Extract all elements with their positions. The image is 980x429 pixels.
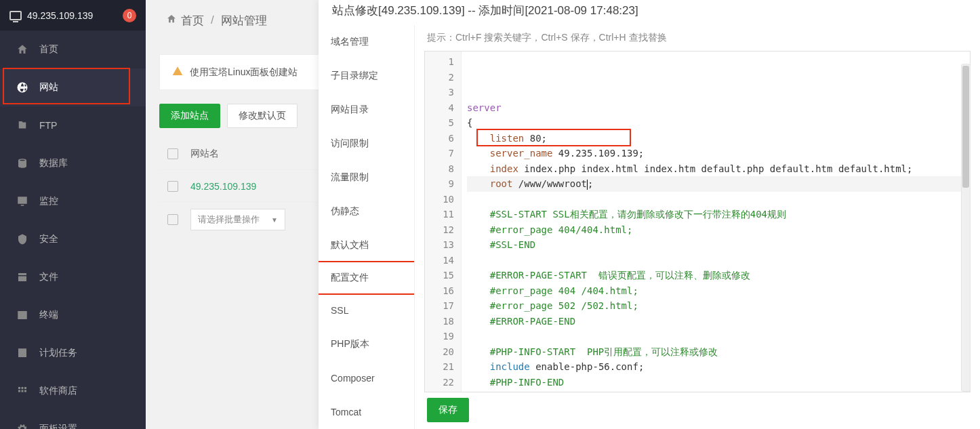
modify-default-button[interactable]: 修改默认页 bbox=[227, 104, 298, 128]
modal-body: 域名管理子目录绑定网站目录访问限制流量限制伪静态默认文档配置文件SSLPHP版本… bbox=[319, 25, 980, 429]
code-line[interactable]: index index.php index.html index.htm def… bbox=[467, 161, 964, 177]
nav-icon bbox=[15, 195, 30, 207]
notification-badge[interactable]: 0 bbox=[123, 9, 136, 22]
gutter-line: 7 bbox=[425, 146, 454, 161]
gutter-line: 17 bbox=[425, 298, 454, 314]
gutter-line: 3 bbox=[425, 85, 454, 100]
editor-gutter: 12345678910111213141516171819202122 bbox=[425, 52, 462, 392]
nav-icon bbox=[15, 119, 30, 131]
site-edit-modal: 站点修改[49.235.109.139] -- 添加时间[2021-08-09 … bbox=[319, 0, 980, 429]
server-ip: 49.235.109.139 bbox=[27, 10, 123, 21]
breadcrumb-home[interactable]: 首页 bbox=[181, 13, 204, 28]
nav-label: 网站 bbox=[39, 81, 58, 94]
code-editor[interactable]: 12345678910111213141516171819202122 serv… bbox=[424, 51, 971, 392]
code-line[interactable] bbox=[467, 253, 964, 268]
code-line[interactable] bbox=[467, 192, 964, 207]
gutter-line: 13 bbox=[425, 237, 454, 253]
code-line[interactable]: #ERROR-PAGE-END bbox=[467, 314, 964, 329]
gutter-line: 18 bbox=[425, 314, 454, 329]
gutter-line: 10 bbox=[425, 192, 454, 207]
code-line[interactable]: server_name 49.235.109.139; bbox=[467, 146, 964, 161]
code-line[interactable]: #SSL-END bbox=[467, 237, 964, 253]
scrollbar-track[interactable] bbox=[961, 64, 971, 392]
modal-tab-6[interactable]: 默认文档 bbox=[319, 228, 414, 262]
save-button[interactable]: 保存 bbox=[427, 398, 469, 422]
gutter-line: 14 bbox=[425, 253, 454, 268]
nav-label: 计划任务 bbox=[39, 347, 77, 359]
nav-item-9[interactable]: 软件商店 bbox=[0, 372, 146, 410]
home-icon bbox=[166, 14, 177, 28]
main-sidebar: 49.235.109.139 0 首页网站FTP数据库监控安全文件终端计划任务软… bbox=[0, 0, 146, 429]
code-line[interactable]: #error_page 502 /502.html; bbox=[467, 298, 964, 314]
modal-tab-7[interactable]: 配置文件 bbox=[319, 261, 415, 295]
nav-item-5[interactable]: 安全 bbox=[0, 220, 146, 258]
nav-label: 软件商店 bbox=[39, 385, 77, 397]
select-all-checkbox[interactable] bbox=[167, 148, 178, 159]
bulk-action-placeholder: 请选择批量操作 bbox=[198, 213, 260, 226]
modal-tab-0[interactable]: 域名管理 bbox=[319, 25, 414, 59]
gutter-line: 15 bbox=[425, 268, 454, 283]
modal-tab-2[interactable]: 网站目录 bbox=[319, 93, 414, 127]
code-line[interactable]: { bbox=[467, 115, 964, 131]
nav-label: 面板设置 bbox=[39, 423, 77, 429]
nav-label: 数据库 bbox=[39, 157, 68, 169]
nav-icon bbox=[15, 233, 30, 245]
gutter-line: 21 bbox=[425, 359, 454, 375]
bulk-action-select[interactable]: 请选择批量操作 ▼ bbox=[190, 209, 285, 230]
code-line[interactable]: listen 80; bbox=[467, 131, 964, 146]
modal-tab-10[interactable]: Composer bbox=[319, 361, 414, 395]
nav-icon bbox=[15, 157, 30, 169]
modal-tab-1[interactable]: 子目录绑定 bbox=[319, 59, 414, 93]
breadcrumb-sep: / bbox=[211, 14, 214, 27]
editor-code[interactable]: server{ listen 80; server_name 49.235.10… bbox=[462, 52, 970, 392]
bulk-checkbox[interactable] bbox=[167, 214, 178, 225]
code-line[interactable] bbox=[467, 329, 964, 344]
nav-label: 首页 bbox=[39, 43, 58, 56]
gutter-line: 11 bbox=[425, 207, 454, 222]
scrollbar-thumb[interactable] bbox=[962, 66, 969, 188]
add-site-button[interactable]: 添加站点 bbox=[159, 104, 220, 128]
code-line[interactable]: #ERROR-PAGE-START 错误页配置，可以注释、删除或修改 bbox=[467, 268, 964, 283]
save-row: 保存 bbox=[415, 398, 980, 422]
site-name-cell[interactable]: 49.235.109.139 bbox=[190, 181, 256, 192]
warning-icon bbox=[172, 66, 183, 79]
row-checkbox[interactable] bbox=[167, 181, 178, 192]
code-line[interactable]: #PHP-INFO-START PHP引用配置，可以注释或修改 bbox=[467, 344, 964, 360]
modal-tab-9[interactable]: PHP版本 bbox=[319, 327, 414, 361]
gutter-line: 9 bbox=[425, 176, 454, 192]
code-line[interactable]: #error_page 404 /404.html; bbox=[467, 283, 964, 299]
nav-label: FTP bbox=[39, 120, 57, 131]
code-line[interactable]: server bbox=[467, 100, 964, 116]
code-line[interactable] bbox=[467, 390, 964, 392]
nav-item-7[interactable]: 终端 bbox=[0, 296, 146, 334]
sidebar-header: 49.235.109.139 0 bbox=[0, 0, 146, 30]
gutter-line: 20 bbox=[425, 344, 454, 360]
nav-icon bbox=[15, 347, 30, 359]
gutter-line: 12 bbox=[425, 222, 454, 238]
nav-item-8[interactable]: 计划任务 bbox=[0, 334, 146, 372]
nav-item-0[interactable]: 首页 bbox=[0, 30, 146, 68]
nav-item-4[interactable]: 监控 bbox=[0, 182, 146, 220]
caret-down-icon: ▼ bbox=[271, 216, 278, 224]
gutter-line: 2 bbox=[425, 70, 454, 85]
modal-tab-8[interactable]: SSL bbox=[319, 293, 414, 327]
nav-item-10[interactable]: 面板设置 bbox=[0, 410, 146, 429]
modal-tab-4[interactable]: 流量限制 bbox=[319, 161, 414, 195]
nav-item-3[interactable]: 数据库 bbox=[0, 144, 146, 182]
code-line[interactable]: root /www/wwwroot; bbox=[467, 176, 964, 192]
code-line[interactable]: #SSL-START SSL相关配置，请勿删除或修改下一行带注释的404规则 bbox=[467, 207, 964, 222]
modal-tab-11[interactable]: Tomcat bbox=[319, 395, 414, 429]
code-line[interactable]: include enable-php-56.conf; bbox=[467, 359, 964, 375]
modal-tab-5[interactable]: 伪静态 bbox=[319, 195, 414, 228]
nav-icon bbox=[15, 81, 30, 94]
code-line[interactable]: #error_page 404/404.html; bbox=[467, 222, 964, 238]
nav-item-1[interactable]: 网站 bbox=[0, 68, 146, 106]
nav-item-6[interactable]: 文件 bbox=[0, 258, 146, 296]
gutter-line: 5 bbox=[425, 115, 454, 131]
code-line[interactable]: #PHP-INFO-END bbox=[467, 375, 964, 390]
monitor-icon bbox=[9, 11, 22, 20]
modal-tab-3[interactable]: 访问限制 bbox=[319, 127, 414, 161]
col-site-name[interactable]: 网站名 bbox=[190, 148, 219, 160]
nav-label: 安全 bbox=[39, 233, 58, 245]
nav-item-2[interactable]: FTP bbox=[0, 106, 146, 144]
